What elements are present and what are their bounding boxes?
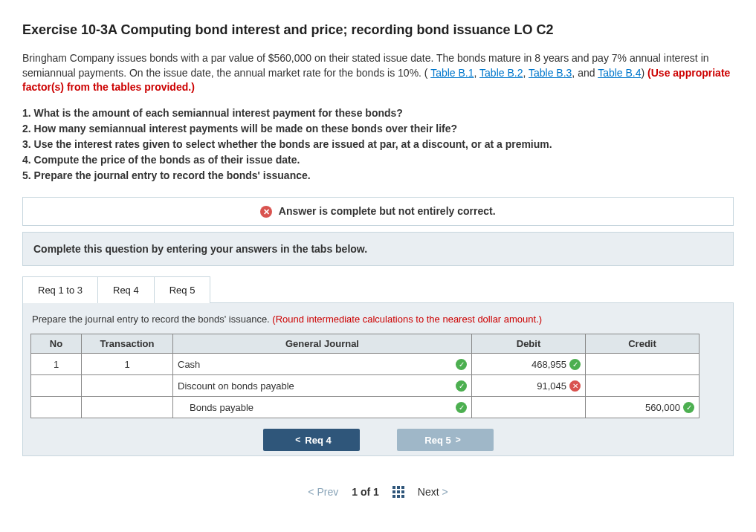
tab-req-4[interactable]: Req 4 bbox=[97, 276, 155, 303]
check-circle-icon: ✓ bbox=[456, 380, 467, 392]
req-nav: < Req 4 Req 5 > bbox=[30, 429, 726, 451]
cell-no[interactable]: 1 bbox=[31, 354, 82, 375]
cell-debit[interactable] bbox=[472, 397, 586, 418]
table-row: 1 1 Cash ✓ 468,955 ✓ bbox=[31, 354, 700, 375]
question-5: 5. Prepare the journal entry to record t… bbox=[22, 168, 734, 184]
tab-req-5[interactable]: Req 5 bbox=[154, 276, 211, 303]
cell-credit[interactable] bbox=[586, 375, 700, 397]
cell-no[interactable] bbox=[31, 375, 82, 397]
cell-debit[interactable]: 91,045 ✕ bbox=[472, 375, 586, 397]
col-gj: General Journal bbox=[173, 334, 472, 354]
col-tx: Transaction bbox=[82, 334, 173, 354]
chevron-right-icon: > bbox=[456, 435, 461, 445]
cell-no[interactable] bbox=[31, 397, 82, 418]
tab-req-1-3[interactable]: Req 1 to 3 bbox=[22, 276, 98, 303]
next-req-button[interactable]: Req 5 > bbox=[397, 429, 494, 451]
x-circle-icon: ✕ bbox=[569, 380, 581, 392]
cell-tx[interactable] bbox=[82, 397, 173, 418]
tab-instruction: Prepare the journal entry to record the … bbox=[32, 314, 272, 325]
page-nav: < Prev 1 of 1 Next > bbox=[22, 486, 734, 498]
cell-account[interactable]: Bonds payable ✓ bbox=[173, 397, 472, 418]
journal-entry-table: No Transaction General Journal Debit Cre… bbox=[30, 334, 700, 418]
question-3: 3. Use the interest rates given to selec… bbox=[22, 137, 734, 152]
col-no: No bbox=[31, 334, 82, 354]
instruction-bar: Complete this question by entering your … bbox=[22, 232, 734, 266]
prev-page-button[interactable]: < Prev bbox=[308, 486, 338, 498]
grid-icon[interactable] bbox=[392, 486, 404, 498]
status-text: Answer is complete but not entirely corr… bbox=[279, 205, 496, 217]
check-circle-icon: ✓ bbox=[569, 359, 581, 370]
rounding-note: (Round intermediate calculations to the … bbox=[272, 314, 542, 325]
question-4: 4. Compute the price of the bonds as of … bbox=[22, 152, 734, 168]
prev-req-button[interactable]: < Req 4 bbox=[263, 429, 360, 451]
check-circle-icon: ✓ bbox=[456, 402, 467, 413]
answer-status-bar: ✕ Answer is complete but not entirely co… bbox=[22, 197, 734, 226]
table-row: Discount on bonds payable ✓ 91,045 ✕ bbox=[31, 375, 700, 397]
chevron-right-icon: > bbox=[442, 486, 448, 498]
chevron-left-icon: < bbox=[308, 486, 314, 498]
next-page-button[interactable]: Next > bbox=[418, 486, 448, 498]
cell-tx[interactable] bbox=[82, 375, 173, 397]
check-circle-icon: ✓ bbox=[683, 402, 694, 413]
link-table-b1[interactable]: Table B.1 bbox=[430, 67, 474, 79]
table-row: Bonds payable ✓ 560,000 ✓ bbox=[31, 397, 700, 418]
tab-strip: Req 1 to 3 Req 4 Req 5 bbox=[22, 276, 734, 303]
col-credit: Credit bbox=[586, 334, 700, 354]
col-debit: Debit bbox=[472, 334, 586, 354]
x-circle-icon: ✕ bbox=[260, 206, 272, 218]
link-table-b3[interactable]: Table B.3 bbox=[529, 67, 572, 79]
link-table-b4[interactable]: Table B.4 bbox=[598, 67, 641, 79]
page-position: 1 of 1 bbox=[352, 486, 379, 498]
question-2: 2. How many semiannual interest payments… bbox=[22, 121, 734, 137]
cell-credit[interactable] bbox=[586, 354, 700, 375]
cell-credit[interactable]: 560,000 ✓ bbox=[586, 397, 700, 418]
check-circle-icon: ✓ bbox=[456, 359, 467, 370]
question-list: 1. What is the amount of each semiannual… bbox=[22, 106, 734, 184]
cell-account[interactable]: Cash ✓ bbox=[173, 354, 472, 375]
cell-tx[interactable]: 1 bbox=[82, 354, 173, 375]
link-table-b2[interactable]: Table B.2 bbox=[479, 67, 523, 79]
cell-account[interactable]: Discount on bonds payable ✓ bbox=[173, 375, 472, 397]
tab-content: Prepare the journal entry to record the … bbox=[22, 302, 734, 456]
cell-debit[interactable]: 468,955 ✓ bbox=[472, 354, 586, 375]
exercise-title: Exercise 10-3A Computing bond interest a… bbox=[22, 22, 734, 38]
chevron-left-icon: < bbox=[295, 435, 300, 445]
question-1: 1. What is the amount of each semiannual… bbox=[22, 106, 734, 121]
problem-statement: Bringham Company issues bonds with a par… bbox=[22, 51, 734, 95]
